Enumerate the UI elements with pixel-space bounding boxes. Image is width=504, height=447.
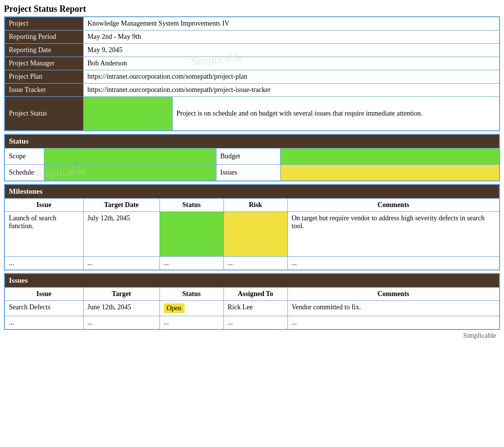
label-reporting-date: Reporting Date [4,44,83,57]
budget-green-indicator [281,149,500,164]
status-header: Status [4,134,500,149]
label-project-manager: Project Manager [4,57,83,70]
issues-header-row: Issues [4,273,500,288]
label-project: Project [4,17,83,30]
milestone-status-green [160,212,223,256]
issue-target-1: June 12th, 2045 [83,301,159,316]
milestones-section: Milestones Issue Target Date Status Risk… [4,184,500,270]
col-target-date: Target Date [83,199,159,212]
milestones-header: Milestones [4,184,500,199]
issue-row-2: ... ... ... ... ... [4,316,500,330]
label-project-plan: Project Plan [4,70,83,84]
value-reporting-date: May 9, 2045 [83,44,500,57]
milestone-risk-2: ... [223,257,287,270]
table-row: Project Manager Bob Anderson [4,57,500,70]
status-header-row: Status [4,134,500,149]
info-table: Project Knowledge Management System Impr… [4,16,500,131]
issue-comments-2: ... [287,316,500,330]
label-project-status: Project Status [4,97,83,131]
milestone-risk-1 [223,212,287,257]
status-section: Status Scope Budget Schedule [4,134,500,181]
page-title: Project Status Report [4,4,500,14]
col-risk: Risk [223,199,287,212]
value-reporting-period: May 2nd - May 9th [83,30,500,44]
issue-assigned-2: ... [223,316,287,330]
milestone-issue-1: Launch of search function. [4,212,83,257]
issue-status-2: ... [159,316,223,330]
label-reporting-period: Reporting Period [4,30,83,44]
milestones-col-headers: Issue Target Date Status Risk Comments [4,199,500,212]
table-row: Project Plan https://intranet.ourcorpora… [4,70,500,84]
col-issue: Issue [4,199,83,212]
col-assigned-h: Assigned To [223,288,287,301]
issue-row-1: Search Defects June 12th, 2045 Open Rick… [4,301,500,316]
milestone-status-1 [159,212,223,257]
issue-name-1: Search Defects [4,301,83,316]
status-row-2: Schedule Issues [4,165,500,181]
table-row: Reporting Date May 9, 2045 [4,44,500,57]
scope-green-indicator [44,149,216,164]
col-issue-h: Issue [4,288,83,301]
status-table: Status Scope Budget Schedule [4,134,500,181]
milestones-header-row: Milestones [4,184,500,199]
milestone-issue-2: ... [4,257,83,270]
table-row: Issue Tracker https://intranet.ourcorpor… [4,84,500,97]
col-status: Status [159,199,223,212]
budget-label: Budget [216,149,280,165]
issues-section: Issues Issue Target Status Assigned To C… [4,273,500,330]
milestone-target-1: July 12th, 2045 [83,212,159,257]
issue-assigned-1: Rick Lee [223,301,287,316]
issue-comments-1: Vendor committed to fix. [287,301,500,316]
value-project-status: Project is on schedule and on budget wit… [172,97,500,131]
col-comments: Comments [287,199,500,212]
project-status-green-indicator [84,97,172,130]
milestone-status-2: ... [159,257,223,270]
open-status-badge: Open [164,303,185,313]
milestone-comments-1: On target but require vendor to address … [287,212,500,257]
milestone-target-2: ... [83,257,159,270]
scope-label: Scope [4,149,44,165]
value-project-manager: Bob Anderson [83,57,500,70]
issue-name-2: ... [4,316,83,330]
issues-yellow-indicator [281,165,500,180]
project-status-row: Project Status Project is on schedule an… [4,97,500,131]
status-row-1: Scope Budget [4,149,500,165]
milestone-row-2: ... ... ... ... ... [4,257,500,270]
schedule-label: Schedule [4,165,44,181]
issue-status-1: Open [159,301,223,316]
col-status-h: Status [159,288,223,301]
label-issue-tracker: Issue Tracker [4,84,83,97]
value-project: Knowledge Management System Improvements… [83,17,500,30]
table-row: Project Knowledge Management System Impr… [4,17,500,30]
issue-target-2: ... [83,316,159,330]
milestone-row-1: Launch of search function. July 12th, 20… [4,212,500,257]
milestone-risk-yellow [224,212,287,256]
col-comments-h: Comments [287,288,500,301]
table-row: Reporting Period May 2nd - May 9th [4,30,500,44]
credit-label: Simplicable [4,330,500,342]
value-issue-tracker: https://intranet.ourcorporation.com/some… [83,84,500,97]
milestone-comments-2: ... [287,257,500,270]
schedule-green-indicator [44,165,216,180]
issues-table: Issues Issue Target Status Assigned To C… [4,273,500,330]
issues-label: Issues [216,165,280,181]
value-project-plan: https://intranet.ourcorporation.com/some… [83,70,500,84]
col-target-h: Target [83,288,159,301]
milestones-table: Milestones Issue Target Date Status Risk… [4,184,500,270]
issues-header: Issues [4,273,500,288]
issues-col-headers: Issue Target Status Assigned To Comments [4,288,500,301]
